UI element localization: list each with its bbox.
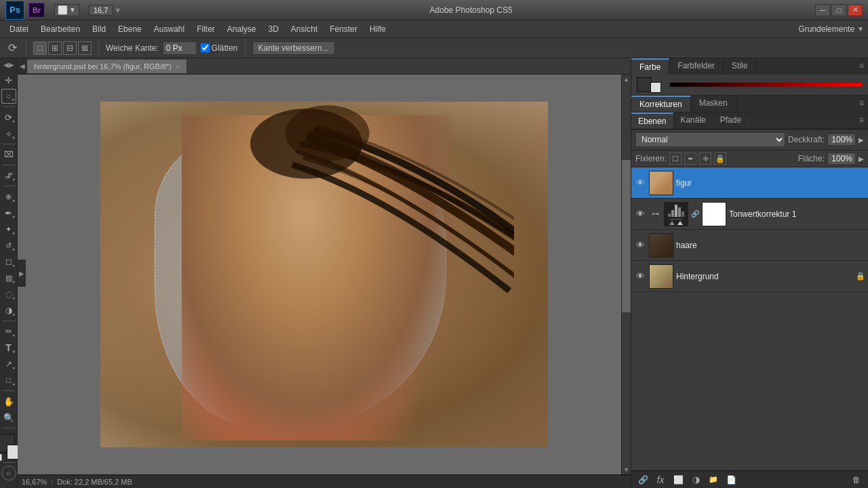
brush-tool[interactable]: ✒▸ [1, 205, 16, 220]
menu-ebene[interactable]: Ebene [113, 22, 147, 36]
menu-filter[interactable]: Filter [191, 22, 220, 36]
vertical-scrollbar[interactable]: ▲ ▼ [621, 75, 631, 474]
menu-bearbeiten[interactable]: Bearbeiten [35, 22, 85, 36]
shape-tool[interactable]: □▸ [1, 373, 16, 388]
maximize-button[interactable]: □ [831, 4, 846, 16]
fg-color-swatch[interactable] [637, 77, 652, 92]
flaeche-arrow[interactable]: ▶ [859, 155, 864, 163]
crop-tool[interactable]: ⌧ [1, 147, 16, 162]
new-selection-button[interactable]: □ [33, 41, 47, 55]
minimize-button[interactable]: ─ [815, 4, 830, 16]
scroll-up-button[interactable]: ▲ [622, 75, 631, 84]
app-title: Adobe Photoshop CS5 [430, 5, 513, 15]
document-tab[interactable]: hintergrund.psd bei 16,7% (figur, RGB/8*… [27, 60, 187, 73]
default-colors-icon[interactable]: ⬜ [0, 454, 2, 461]
panel-collapse-right-icon[interactable]: ▶ [18, 260, 26, 287]
scroll-down-button[interactable]: ▼ [622, 465, 631, 474]
tab-masken[interactable]: Masken [691, 96, 736, 112]
layer-tonwert[interactable]: 👁 ⊶ [631, 199, 868, 230]
menu-analyse[interactable]: Analyse [222, 22, 262, 36]
fix-all-icon[interactable]: 🔒 [714, 152, 726, 165]
type-tool[interactable]: T▸ [1, 340, 16, 355]
scroll-thumb[interactable] [622, 160, 631, 312]
layer-haare-visibility[interactable]: 👁 [634, 239, 646, 251]
add-selection-button[interactable]: ⊞ [48, 41, 62, 55]
deckkraft-input[interactable] [827, 134, 856, 146]
layer-hintergrund-visibility[interactable]: 👁 [634, 270, 646, 283]
eraser-tool[interactable]: ◻▸ [1, 254, 16, 269]
zoom-tool[interactable]: 🔍 [1, 410, 16, 425]
pen-tool[interactable]: ✏▸ [1, 324, 16, 339]
workspace-selector[interactable]: Grundelemente [798, 24, 854, 34]
blend-mode-select[interactable]: Normal Multiplizieren Abblenden [635, 132, 785, 147]
layer-mask-button[interactable]: ⬜ [671, 473, 686, 487]
tab-stile[interactable]: Stile [724, 58, 756, 75]
subtract-selection-button[interactable]: ⊟ [63, 41, 77, 55]
tab-pfade[interactable]: Pfade [713, 113, 749, 129]
menu-bild[interactable]: Bild [87, 22, 111, 36]
tab-kanaele[interactable]: Kanäle [673, 113, 713, 129]
tab-ebenen[interactable]: Ebenen [631, 113, 673, 129]
layers-panel-menu-icon[interactable]: ≡ [855, 113, 868, 129]
tab-korrekturen[interactable]: Korrekturen [631, 96, 691, 112]
fix-move-icon[interactable]: ✛ [699, 152, 711, 165]
layer-hintergrund-name: Hintergrund [676, 272, 853, 281]
new-group-button[interactable]: 📁 [706, 473, 721, 487]
move-tool[interactable]: ✛ [1, 73, 16, 87]
fix-paint-icon[interactable]: ✒ [684, 152, 696, 165]
menu-ansicht[interactable]: Ansicht [285, 22, 323, 36]
weiche-kante-input[interactable] [163, 41, 197, 55]
flaeche-input[interactable] [827, 152, 856, 165]
dodge-tool[interactable]: ◑▸ [1, 303, 16, 318]
layer-adj-button[interactable]: ◑ [688, 473, 703, 487]
canvas-area: ◀ hintergrund.psd bei 16,7% (figur, RGB/… [18, 58, 631, 488]
bg-color-swatch[interactable] [650, 82, 661, 93]
adj-panel-menu-icon[interactable]: ≡ [855, 96, 868, 112]
new-layer-button[interactable]: 📄 [724, 473, 738, 487]
quick-mask-tool[interactable]: ○ [1, 466, 16, 481]
layer-tonwert-visibility[interactable]: 👁 [634, 208, 646, 220]
layer-figur[interactable]: 👁 figur [631, 167, 868, 199]
layer-hintergrund[interactable]: 👁 Hintergrund 🔒 [631, 261, 868, 292]
marquee-tool[interactable]: ○▸ [1, 89, 16, 104]
close-button[interactable]: ✕ [848, 4, 863, 16]
deckkraft-arrow[interactable]: ▶ [859, 136, 864, 144]
weiche-kante-label: Weiche Kante: [106, 43, 159, 53]
tab-farbe[interactable]: Farbe [631, 58, 669, 75]
hand-tool[interactable]: ✋ [1, 394, 16, 409]
color-panel-menu-icon[interactable]: ≡ [855, 58, 868, 75]
menu-hilfe[interactable]: Hilfe [364, 22, 391, 36]
delete-layer-button[interactable]: 🗑 [849, 473, 864, 487]
kante-verbessern-button[interactable]: Kante verbessern... [252, 41, 335, 55]
tab-farbfelder[interactable]: Farbfelder [669, 58, 724, 75]
menu-3d[interactable]: 3D [263, 22, 284, 36]
layer-style-button[interactable]: fx [653, 473, 668, 487]
screen-mode-button[interactable]: ⬜▼ [54, 4, 79, 16]
menu-fenster[interactable]: Fenster [324, 22, 363, 36]
path-selection-tool[interactable]: ↗▸ [1, 357, 16, 371]
layer-figur-visibility[interactable]: 👁 [634, 177, 646, 189]
tabs-collapse-icon[interactable]: ◀ [18, 58, 27, 74]
history-brush-tool[interactable]: ↺▸ [1, 238, 16, 253]
layer-tonwert-mask[interactable] [702, 202, 726, 226]
healing-brush-tool[interactable]: ⊕▸ [1, 189, 16, 204]
magic-wand-tool[interactable]: ⟡▸ [1, 126, 16, 141]
glaetten-checkbox[interactable]: Glätten [201, 43, 238, 53]
menu-auswahl[interactable]: Auswahl [149, 22, 190, 36]
fix-transparent-icon[interactable]: ☐ [669, 152, 682, 165]
color-slider[interactable] [669, 82, 863, 87]
intersect-selection-button[interactable]: ⊠ [78, 41, 92, 55]
gradient-tool[interactable]: ▨▸ [1, 270, 16, 285]
menu-datei[interactable]: Datei [4, 22, 34, 36]
layer-haare[interactable]: 👁 haare [631, 230, 868, 261]
panel-collapse-left-icon[interactable]: ◀▶ [3, 61, 14, 68]
br-logo[interactable]: Br [28, 3, 45, 18]
eyedropper-tool[interactable]: 🖇▸ [1, 168, 16, 183]
ps-logo: Ps [5, 1, 24, 20]
blur-tool[interactable]: ◌▸ [1, 287, 16, 302]
canvas-viewport[interactable] [18, 75, 631, 474]
clone-stamp-tool[interactable]: ✦▸ [1, 222, 16, 237]
document-tab-close[interactable]: × [176, 62, 180, 70]
lasso-tool[interactable]: ⟳▸ [1, 110, 16, 125]
layer-link-button[interactable]: 🔗 [635, 473, 650, 487]
